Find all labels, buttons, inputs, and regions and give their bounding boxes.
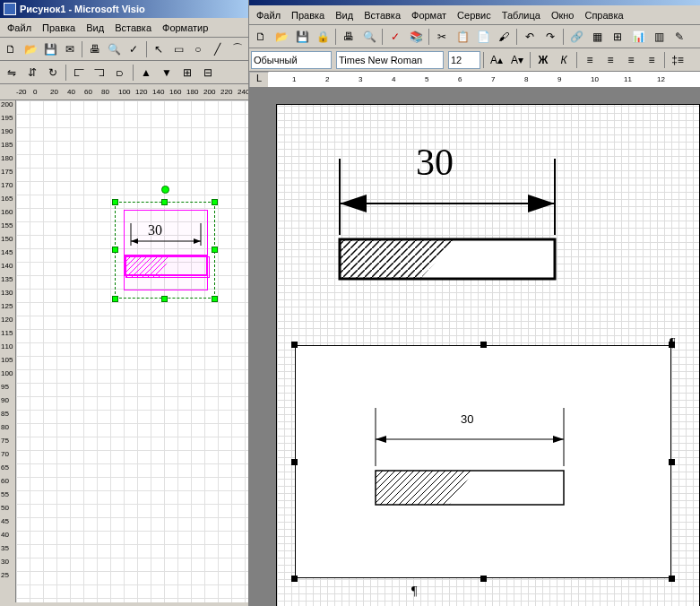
canvas-handle-sw[interactable] xyxy=(291,576,298,582)
rotate-icon[interactable]: ↻ xyxy=(43,63,63,82)
pointer-icon[interactable]: ↖ xyxy=(150,39,169,59)
svg-marker-17 xyxy=(376,436,386,443)
spell-icon[interactable]: ✓ xyxy=(385,27,405,47)
group-icon[interactable]: ⊞ xyxy=(177,63,197,82)
shrink-font-icon[interactable]: A▾ xyxy=(507,50,527,70)
permission-icon[interactable]: 🔒 xyxy=(313,27,333,47)
resize-handle-w[interactable] xyxy=(112,247,118,253)
menu-format[interactable]: Форматир xyxy=(157,21,213,35)
visio-toolbar-2: ⇋ ⇵ ↻ ⫍ ⫎ ⫐ ▲ ▼ ⊞ ⊟ xyxy=(0,61,248,84)
menu-edit[interactable]: Правка xyxy=(37,21,81,35)
menu-file[interactable]: Файл xyxy=(2,21,37,35)
mail-icon[interactable]: ✉ xyxy=(61,39,80,59)
visio-toolbar-1: 🗋 📂 💾 ✉ 🖶 🔍 ✓ ↖ ▭ ○ ╱ ⌒ xyxy=(0,38,248,61)
align-left-icon[interactable]: ≡ xyxy=(580,50,600,70)
menu-insert[interactable]: Вставка xyxy=(359,8,406,22)
ungroup-icon[interactable]: ⊟ xyxy=(198,63,218,82)
bring-front-icon[interactable]: ▲ xyxy=(136,63,156,82)
drawing-icon[interactable]: ✎ xyxy=(670,27,689,47)
paste-icon[interactable]: 📄 xyxy=(473,27,493,47)
hyperlink-icon[interactable]: 🔗 xyxy=(566,27,586,47)
new-icon[interactable]: 🗋 xyxy=(251,27,271,47)
bold-icon[interactable]: Ж xyxy=(533,50,553,70)
word-drawing-canvas[interactable]: 30 xyxy=(295,345,671,578)
save-icon[interactable]: 💾 xyxy=(292,27,312,47)
resize-handle-e[interactable] xyxy=(212,247,218,253)
canvas-handle-s[interactable] xyxy=(480,576,487,582)
research-icon[interactable]: 📚 xyxy=(406,27,426,47)
format-painter-icon[interactable]: 🖌 xyxy=(494,27,514,47)
visio-canvas[interactable]: 2001951901851801751701651601551501451401… xyxy=(0,100,248,602)
resize-handle-ne[interactable] xyxy=(212,199,218,205)
menu-edit[interactable]: Правка xyxy=(286,8,330,22)
preview-icon[interactable]: 🔍 xyxy=(105,39,124,59)
menu-window[interactable]: Окно xyxy=(546,8,580,22)
menu-file[interactable]: Файл xyxy=(251,8,286,22)
preview-icon[interactable]: 🔍 xyxy=(359,27,379,47)
print-icon[interactable]: 🖶 xyxy=(85,39,104,59)
visio-rect-shape[interactable] xyxy=(124,255,208,276)
align-justify-icon[interactable]: ≡ xyxy=(642,50,661,70)
excel-icon[interactable]: 📊 xyxy=(628,27,648,47)
new-icon[interactable]: 🗋 xyxy=(2,39,21,59)
resize-handle-s[interactable] xyxy=(161,296,168,302)
send-back-icon[interactable]: ▼ xyxy=(157,63,177,82)
style-select[interactable]: Обычный xyxy=(251,51,332,69)
resize-handle-se[interactable] xyxy=(212,296,218,302)
open-icon[interactable]: 📂 xyxy=(22,39,40,59)
copy-icon[interactable]: 📋 xyxy=(453,27,472,47)
columns-icon[interactable]: ▥ xyxy=(649,27,669,47)
canvas-handle-nw[interactable] xyxy=(291,342,298,348)
paragraph-mark-icon: ¶ xyxy=(411,584,417,599)
ellipse-icon[interactable]: ○ xyxy=(188,39,207,59)
tables-icon[interactable]: ▦ xyxy=(587,27,607,47)
insert-table-icon[interactable]: ⊞ xyxy=(608,27,627,47)
word-document-area[interactable]: 30 xyxy=(249,88,700,606)
word-page: 30 xyxy=(276,104,700,606)
align-left-icon[interactable]: ⫍ xyxy=(69,63,89,82)
visio-dimension xyxy=(124,219,208,255)
visio-grid xyxy=(16,100,248,602)
menu-tools[interactable]: Сервис xyxy=(452,8,497,22)
print-icon[interactable]: 🖶 xyxy=(339,27,359,47)
resize-handle-sw[interactable] xyxy=(112,296,118,302)
line-icon[interactable]: ╱ xyxy=(208,39,227,59)
resize-handle-n[interactable] xyxy=(161,199,168,205)
menu-table[interactable]: Таблица xyxy=(497,8,546,22)
rotation-handle[interactable] xyxy=(161,186,169,194)
menu-format[interactable]: Формат xyxy=(406,8,452,22)
undo-icon[interactable]: ↶ xyxy=(520,27,540,47)
align-right-icon[interactable]: ⫐ xyxy=(110,63,130,82)
resize-handle-nw[interactable] xyxy=(112,199,118,205)
menu-insert[interactable]: Вставка xyxy=(109,21,157,35)
align-center-icon[interactable]: ⫎ xyxy=(90,63,109,82)
svg-marker-10 xyxy=(340,195,367,212)
spell-icon[interactable]: ✓ xyxy=(125,39,143,59)
hatch-fill xyxy=(125,256,210,278)
italic-icon[interactable]: К xyxy=(554,50,574,70)
canvas-handle-w[interactable] xyxy=(291,459,298,465)
line-spacing-icon[interactable]: ‡≡ xyxy=(668,50,687,70)
rect-icon[interactable]: ▭ xyxy=(169,39,188,59)
canvas-handle-n[interactable] xyxy=(480,342,487,348)
word-ruler-horizontal[interactable]: L 123456789101112 xyxy=(249,72,700,88)
canvas-handle-e[interactable] xyxy=(669,459,675,465)
open-icon[interactable]: 📂 xyxy=(272,27,291,47)
save-icon[interactable]: 💾 xyxy=(41,39,60,59)
tab-selector[interactable]: L xyxy=(249,72,269,88)
menu-view[interactable]: Вид xyxy=(81,21,109,35)
font-select[interactable]: Times New Roman xyxy=(336,51,444,69)
flip-h-icon[interactable]: ⇋ xyxy=(2,63,22,82)
align-right-icon[interactable]: ≡ xyxy=(621,50,641,70)
menu-view[interactable]: Вид xyxy=(330,8,359,22)
grow-font-icon[interactable]: A▴ xyxy=(487,50,506,70)
menu-help[interactable]: Справка xyxy=(579,8,628,22)
redo-icon[interactable]: ↷ xyxy=(540,27,560,47)
cut-icon[interactable]: ✂ xyxy=(432,27,452,47)
arc-icon[interactable]: ⌒ xyxy=(228,39,246,59)
flip-v-icon[interactable]: ⇵ xyxy=(22,63,42,82)
font-size-select[interactable]: 12 xyxy=(448,51,480,69)
align-center-icon[interactable]: ≡ xyxy=(601,50,620,70)
visio-titlebar: Рисунок1 - Microsoft Visio xyxy=(0,0,248,18)
canvas-handle-se[interactable] xyxy=(669,576,675,582)
